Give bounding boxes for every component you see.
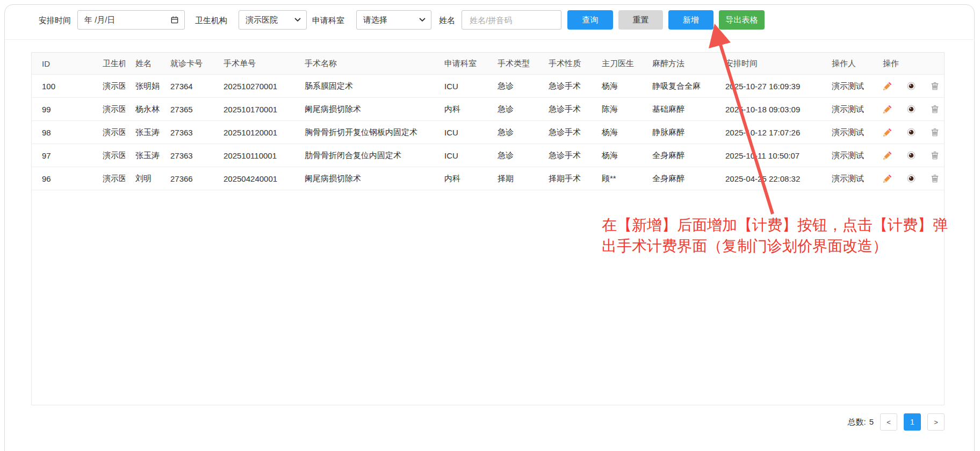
row-actions-cell bbox=[873, 144, 944, 167]
table-cell: ICU bbox=[434, 75, 487, 98]
column-header: 手术性质 bbox=[538, 53, 592, 75]
chevron-down-icon bbox=[419, 18, 426, 22]
edit-icon[interactable] bbox=[883, 104, 892, 114]
table-cell: 2025-10-12 17:07:26 bbox=[715, 121, 822, 144]
column-header: 卫生机构 bbox=[92, 53, 125, 75]
table-cell: 98 bbox=[32, 121, 92, 144]
table-cell: 96 bbox=[32, 167, 92, 190]
row-actions-cell bbox=[873, 167, 944, 190]
export-button[interactable]: 导出表格 bbox=[719, 10, 765, 30]
table-cell: 演示测试 bbox=[822, 167, 873, 190]
filter-divider bbox=[5, 39, 975, 40]
org-select[interactable]: 演示医院 bbox=[239, 10, 307, 30]
table-cell: 杨海 bbox=[592, 144, 642, 167]
table-cell: 急诊 bbox=[487, 98, 538, 121]
column-header: 就诊卡号 bbox=[160, 53, 213, 75]
next-page-button[interactable]: > bbox=[927, 413, 945, 431]
edit-icon[interactable] bbox=[883, 174, 892, 183]
table-cell: 张玉涛 bbox=[125, 144, 160, 167]
table-row: 96演示医院刘明27366202504240001阑尾病损切除术内科择期择期手术… bbox=[32, 167, 944, 190]
delete-icon[interactable] bbox=[930, 127, 940, 137]
table-cell: 肠系膜固定术 bbox=[294, 75, 434, 98]
view-icon[interactable] bbox=[906, 174, 916, 183]
page-1-button[interactable]: 1 bbox=[904, 413, 921, 431]
table-cell: 2025-10-11 10:50:07 bbox=[715, 144, 822, 167]
search-button[interactable]: 查询 bbox=[567, 10, 613, 30]
table-cell: 27363 bbox=[160, 144, 213, 167]
table-cell: 演示测试 bbox=[822, 144, 873, 167]
table-cell: 演示测试 bbox=[822, 121, 873, 144]
column-header: 手术名称 bbox=[294, 53, 434, 75]
table-cell: 2025-10-18 09:03:09 bbox=[715, 98, 822, 121]
delete-icon[interactable] bbox=[930, 174, 940, 183]
annotation-note: 在【新增】后面增加【计费】按钮，点击【计费】弹 出手术计费界面（复制门诊划价界面… bbox=[602, 214, 980, 256]
table-cell: 内科 bbox=[434, 98, 487, 121]
table-cell: 杨永林 bbox=[125, 98, 160, 121]
table-cell: 基础麻醉 bbox=[642, 98, 715, 121]
table-cell: 张明娟 bbox=[125, 75, 160, 98]
row-action-group bbox=[883, 127, 942, 137]
row-actions-cell bbox=[873, 75, 944, 98]
org-label: 卫生机构 bbox=[195, 16, 227, 26]
add-button[interactable]: 新增 bbox=[668, 10, 714, 30]
table-cell: 内科 bbox=[434, 167, 487, 190]
table-cell: 阑尾病损切除术 bbox=[294, 167, 434, 190]
table-cell: 27365 bbox=[160, 98, 213, 121]
view-icon[interactable] bbox=[906, 127, 916, 137]
name-input[interactable] bbox=[469, 15, 554, 25]
column-header: 手术单号 bbox=[213, 53, 294, 75]
table-cell: 胸骨骨折切开复位钢板内固定术 bbox=[294, 121, 434, 144]
edit-icon[interactable] bbox=[883, 127, 892, 137]
delete-icon[interactable] bbox=[930, 151, 940, 160]
schedule-date-input[interactable]: 年 /月/日 bbox=[77, 10, 185, 30]
reset-button[interactable]: 重置 bbox=[618, 10, 663, 30]
table-cell: 202504240001 bbox=[213, 167, 294, 190]
table-cell: 急诊手术 bbox=[538, 75, 592, 98]
table-cell: 202510170001 bbox=[213, 98, 294, 121]
row-action-group bbox=[883, 151, 942, 160]
table-cell: 顾** bbox=[592, 167, 642, 190]
total-label: 总数: bbox=[847, 417, 866, 427]
calendar-icon[interactable] bbox=[170, 16, 179, 24]
delete-icon[interactable] bbox=[930, 81, 940, 91]
table-cell: 2025-04-25 22:08:32 bbox=[715, 167, 822, 190]
dept-select-value: 请选择 bbox=[363, 15, 387, 25]
dept-label: 申请科室 bbox=[312, 16, 344, 26]
table-row: 100演示医院张明娟27364202510270001肠系膜固定术ICU急诊急诊… bbox=[32, 75, 944, 98]
total-count: 总数: 5 bbox=[847, 417, 874, 427]
table-cell: 急诊 bbox=[487, 121, 538, 144]
column-header: 手术类型 bbox=[487, 53, 538, 75]
table-head-row: ID卫生机构姓名就诊卡号手术单号手术名称申请科室手术类型手术性质主刀医生麻醉方法… bbox=[32, 53, 944, 75]
column-header: 申请科室 bbox=[434, 53, 487, 75]
column-header: 操作人 bbox=[822, 53, 873, 75]
table-cell: ICU bbox=[434, 144, 487, 167]
table-cell: 张玉涛 bbox=[125, 121, 160, 144]
name-label: 姓名 bbox=[439, 16, 455, 26]
name-field-wrap bbox=[462, 10, 561, 30]
schedule-time-label: 安排时间 bbox=[39, 16, 71, 26]
dept-select[interactable]: 请选择 bbox=[356, 10, 431, 30]
row-action-group bbox=[883, 104, 942, 114]
table-cell: 陈海 bbox=[592, 98, 642, 121]
table-cell: 急诊手术 bbox=[538, 144, 592, 167]
table-cell: 202510120001 bbox=[213, 121, 294, 144]
row-actions-cell bbox=[873, 121, 944, 144]
prev-page-button[interactable]: < bbox=[880, 413, 897, 431]
table-cell: 全身麻醉 bbox=[642, 167, 715, 190]
table-cell: 99 bbox=[32, 98, 92, 121]
delete-icon[interactable] bbox=[930, 104, 940, 114]
view-icon[interactable] bbox=[906, 81, 916, 91]
column-header: 主刀医生 bbox=[592, 53, 642, 75]
table-cell: 演示医院 bbox=[92, 121, 125, 144]
table-cell: 杨海 bbox=[592, 75, 642, 98]
column-header: 麻醉方法 bbox=[642, 53, 715, 75]
view-icon[interactable] bbox=[906, 104, 916, 114]
table-cell: 全身麻醉 bbox=[642, 144, 715, 167]
column-header: 姓名 bbox=[125, 53, 160, 75]
edit-icon[interactable] bbox=[883, 81, 892, 91]
view-icon[interactable] bbox=[906, 151, 916, 160]
table-cell: 演示医院 bbox=[92, 98, 125, 121]
table-cell: 择期 bbox=[487, 167, 538, 190]
table-cell: 杨海 bbox=[592, 121, 642, 144]
edit-icon[interactable] bbox=[883, 151, 892, 160]
